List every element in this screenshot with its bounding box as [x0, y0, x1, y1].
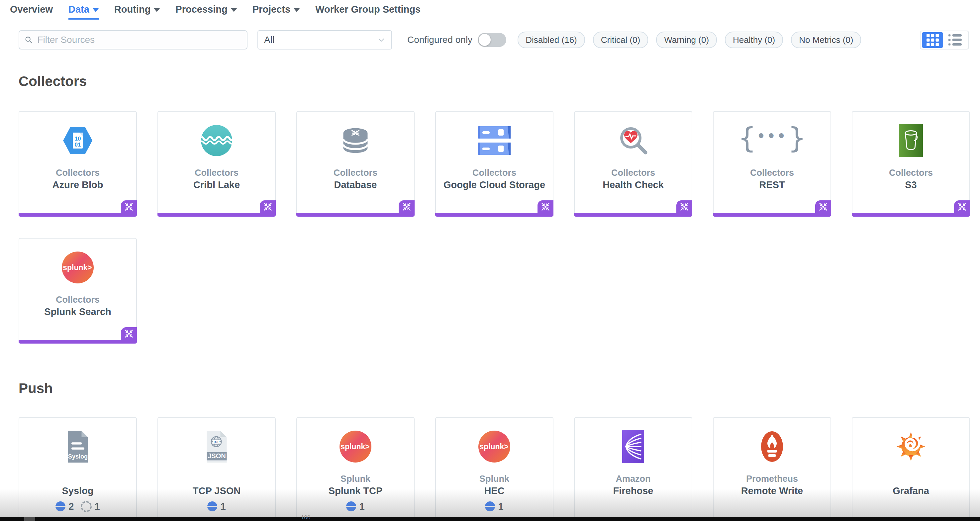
cribl-lake-icon: [158, 124, 275, 157]
disabled-count-icon: [485, 501, 495, 511]
splunk-icon: splunk>: [436, 430, 553, 463]
source-card-remote-write[interactable]: Prometheus Remote Write: [713, 417, 831, 521]
chevron-down-icon: [93, 8, 99, 12]
card-title: Splunk TCP: [297, 485, 414, 496]
filter-badge-critical[interactable]: Critical (0): [593, 32, 648, 48]
card-category: [853, 473, 969, 484]
collectable-accent-bar: [713, 213, 831, 217]
toggle-knob: [479, 34, 491, 46]
card-title: REST: [714, 179, 830, 190]
filter-badge-warning[interactable]: Warning (0): [656, 32, 717, 48]
card-status-counts: 1: [297, 500, 414, 512]
source-card-hec[interactable]: splunk> Splunk HEC 1: [435, 417, 554, 521]
card-title: Google Cloud Storage: [436, 179, 553, 190]
card-status-counts: [19, 194, 136, 206]
filter-badge-disabled[interactable]: Disabled (16): [517, 32, 585, 48]
card-category: Amazon: [575, 473, 692, 484]
source-card-google-cloud-storage[interactable]: Collectors Google Cloud Storage: [435, 111, 554, 217]
bottom-bar-segment: [24, 517, 35, 521]
card-category: Splunk: [297, 473, 414, 484]
svg-text:splunk>: splunk>: [479, 442, 509, 451]
collectable-accent-bar: [852, 213, 970, 217]
collectable-accent-bar: [19, 213, 137, 217]
source-card-s3[interactable]: Collectors S3: [852, 111, 970, 217]
search-icon: [25, 35, 33, 44]
source-card-azure-blob[interactable]: 1001 Collectors Azure Blob: [19, 111, 137, 217]
card-status-counts: [436, 194, 553, 206]
splunk-icon: splunk>: [19, 251, 136, 284]
svg-text:01: 01: [75, 142, 81, 148]
collect-badge: [815, 200, 831, 213]
card-status-counts: [158, 194, 275, 206]
section-title-push: Push: [19, 381, 980, 396]
card-title: Cribl Lake: [158, 179, 275, 190]
source-card-health-check[interactable]: Collectors Health Check: [574, 111, 692, 217]
nav-item-processing[interactable]: Processing: [175, 4, 237, 20]
card-title: Syslog: [19, 485, 136, 496]
s3-icon: [853, 124, 969, 157]
source-card-tcp-json[interactable]: TCPJSON TCP JSON 1: [158, 417, 276, 521]
nav-item-overview[interactable]: Overview: [10, 4, 53, 20]
collectable-accent-bar: [19, 340, 137, 344]
source-card-cribl-lake[interactable]: Collectors Cribl Lake: [158, 111, 276, 217]
database-icon: [297, 124, 414, 157]
view-mode-toggle: [920, 30, 969, 49]
collect-arrows-icon: [819, 202, 828, 211]
card-category: Collectors: [575, 167, 692, 178]
collect-badge: [260, 200, 276, 213]
type-filter-value: All: [264, 35, 274, 45]
unconfigured-count: 1: [81, 501, 100, 512]
card-title: HEC: [436, 485, 553, 496]
count-value: 1: [95, 501, 100, 512]
source-card-firehose[interactable]: Amazon Firehose: [574, 417, 692, 521]
rest-icon: {•••}: [714, 124, 830, 157]
svg-text:TCP: TCP: [213, 440, 220, 443]
search-input[interactable]: [37, 34, 242, 46]
collect-badge: [121, 327, 137, 340]
source-card-splunk-search[interactable]: splunk> Collectors Splunk Search: [19, 238, 137, 344]
card-category: Collectors: [297, 167, 414, 178]
chevron-down-icon: [231, 8, 237, 12]
svg-text:splunk>: splunk>: [63, 263, 92, 272]
card-category: Collectors: [853, 167, 969, 178]
health-check-icon: [575, 124, 692, 157]
card-status-counts: [853, 500, 969, 512]
collectable-accent-bar: [435, 213, 554, 217]
card-status-counts: [575, 500, 692, 512]
collectable-accent-bar: [158, 213, 276, 217]
collect-badge: [399, 200, 415, 213]
source-card-grafana[interactable]: Grafana: [852, 417, 970, 521]
source-card-syslog[interactable]: Syslog Syslog 21: [19, 417, 137, 521]
filter-badge-no-metrics[interactable]: No Metrics (0): [791, 32, 861, 48]
count-value: 1: [498, 501, 503, 512]
source-card-rest[interactable]: {•••} Collectors REST: [713, 111, 831, 217]
collectors-card-grid: 1001 Collectors Azure Blob Collectors Cr…: [0, 111, 980, 344]
grid-view-button[interactable]: [922, 32, 943, 48]
type-filter-select[interactable]: All: [258, 30, 392, 49]
disabled-count: 1: [485, 501, 503, 512]
list-view-button[interactable]: [943, 34, 967, 46]
count-value: 1: [220, 501, 226, 512]
chevron-down-icon: [154, 8, 160, 12]
collect-arrows-icon: [402, 202, 411, 211]
search-box: [19, 30, 248, 49]
amazon-firehose-icon: [575, 430, 692, 463]
collect-arrows-icon: [541, 202, 550, 211]
filter-badge-healthy[interactable]: Healthy (0): [725, 32, 783, 48]
card-status-counts: [714, 500, 830, 512]
disabled-count-icon: [346, 501, 356, 511]
nav-item-routing[interactable]: Routing: [114, 4, 160, 20]
push-card-grid: Syslog Syslog 21 TCPJSON TCP JSON 1 splu…: [0, 417, 980, 521]
nav-item-worker-group-settings[interactable]: Worker Group Settings: [315, 4, 420, 20]
source-card-database[interactable]: Collectors Database: [296, 111, 415, 217]
card-category: Collectors: [714, 167, 830, 178]
configured-only-toggle[interactable]: [478, 33, 506, 47]
nav-item-projects[interactable]: Projects: [253, 4, 300, 20]
card-status-counts: 21: [19, 500, 136, 512]
collectable-accent-bar: [574, 213, 692, 217]
card-category: [19, 473, 136, 484]
nav-item-data[interactable]: Data: [68, 4, 99, 20]
disabled-count: 1: [346, 501, 364, 512]
collect-badge: [954, 200, 970, 213]
source-card-splunk-tcp[interactable]: splunk> Splunk Splunk TCP 1: [296, 417, 415, 521]
